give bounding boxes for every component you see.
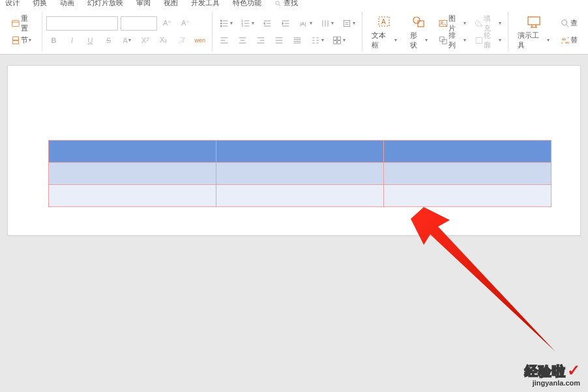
outline-button[interactable]: 轮廓▾ xyxy=(471,33,504,48)
italic-button[interactable]: I xyxy=(65,33,80,48)
present-tools-button[interactable]: 演示工具▾ xyxy=(512,11,555,53)
align-left-button[interactable] xyxy=(216,33,232,48)
shape-button[interactable]: 形状▾ xyxy=(405,11,434,53)
table-row[interactable] xyxy=(49,141,551,163)
group-paragraph: ▾ 123▾ |A|▾ ▾ ▾ ▾ ▾ xyxy=(213,12,362,51)
svg-rect-65 xyxy=(476,37,482,43)
font-color-button[interactable]: A▾ xyxy=(119,33,135,48)
replace-button[interactable]: abac替 xyxy=(557,33,580,48)
tab-view[interactable]: 视图 xyxy=(164,0,178,9)
tab-search[interactable]: 查找 xyxy=(274,0,298,9)
svg-point-58 xyxy=(413,17,420,23)
distribute-button[interactable] xyxy=(289,33,305,48)
columns-button[interactable]: ▾ xyxy=(308,33,327,48)
reset-button[interactable]: 重置 xyxy=(8,16,38,31)
tab-switch[interactable]: 切换 xyxy=(33,0,47,9)
svg-point-61 xyxy=(441,21,443,23)
table-row[interactable] xyxy=(49,185,551,207)
svg-point-70 xyxy=(562,20,567,25)
decrease-indent-button[interactable] xyxy=(259,16,275,31)
svg-line-71 xyxy=(566,25,568,27)
svg-rect-2 xyxy=(12,20,20,26)
find-button[interactable]: 查 xyxy=(557,16,580,31)
svg-rect-53 xyxy=(338,36,341,40)
svg-point-9 xyxy=(220,25,222,27)
svg-rect-64 xyxy=(443,39,447,44)
textbox-button[interactable]: A 文本框▾ xyxy=(366,11,402,53)
line-spacing-button[interactable]: |A|▾ xyxy=(296,16,315,31)
clear-format-button[interactable] xyxy=(174,33,190,48)
svg-rect-3 xyxy=(12,36,18,40)
group-font: A⁺ A⁻ B I U S A▾ X² X₂ wen xyxy=(42,12,213,51)
svg-point-7 xyxy=(220,23,222,24)
menu-tabs: 设计 切换 动画 幻灯片放映 审阅 视图 开发工具 特色功能 查找 xyxy=(0,0,588,9)
decrease-font-button[interactable]: A⁻ xyxy=(178,16,194,31)
fill-button[interactable]: 填充▾ xyxy=(471,16,504,31)
subscript-button[interactable]: X₂ xyxy=(156,33,171,48)
slide-canvas[interactable] xyxy=(7,65,581,236)
strike-button[interactable]: S xyxy=(101,33,117,48)
section-button[interactable]: 节▾ xyxy=(8,33,34,48)
svg-rect-66 xyxy=(528,17,540,25)
tab-slideshow[interactable]: 幻灯片放映 xyxy=(87,0,123,9)
increase-font-button[interactable]: A⁺ xyxy=(160,16,175,31)
svg-text:|A|: |A| xyxy=(300,20,306,26)
ribbon: 重置 节▾ A⁺ A⁻ B I U S A▾ X² X₂ xyxy=(0,9,588,55)
align-text-button[interactable]: ▾ xyxy=(339,16,358,31)
svg-text:ac: ac xyxy=(565,40,569,44)
svg-rect-55 xyxy=(338,40,341,44)
svg-text:3: 3 xyxy=(241,24,243,27)
align-center-button[interactable] xyxy=(235,33,250,48)
increase-indent-button[interactable] xyxy=(278,16,293,31)
svg-point-5 xyxy=(220,20,222,21)
font-name-select[interactable] xyxy=(46,16,118,31)
tab-review[interactable]: 审阅 xyxy=(136,0,151,9)
convert-smartart-button[interactable]: ▾ xyxy=(329,33,348,48)
group-clipboard: 重置 节▾ xyxy=(4,12,42,51)
text-direction-button[interactable]: ▾ xyxy=(317,16,336,31)
svg-line-1 xyxy=(279,5,280,6)
font-size-select[interactable] xyxy=(121,16,157,31)
superscript-button[interactable]: X² xyxy=(138,33,153,48)
group-tools: 演示工具▾ 查 abac替 xyxy=(508,12,584,51)
numbering-button[interactable]: 123▾ xyxy=(238,16,257,31)
tab-animation[interactable]: 动画 xyxy=(60,0,74,9)
pinyin-button[interactable]: wen xyxy=(192,33,209,48)
align-right-button[interactable] xyxy=(253,33,269,48)
underline-button[interactable]: U xyxy=(83,33,98,48)
bold-button[interactable]: B xyxy=(46,33,62,48)
inserted-table[interactable] xyxy=(48,140,551,207)
svg-text:A: A xyxy=(381,18,386,25)
workspace xyxy=(0,55,588,392)
svg-rect-54 xyxy=(334,40,337,44)
svg-rect-63 xyxy=(440,36,445,41)
svg-point-0 xyxy=(276,1,280,5)
group-insert: A 文本框▾ 形状▾ 图片▾ 填充▾ 排列▾ 轮廓▾ xyxy=(362,12,508,51)
tab-features[interactable]: 特色功能 xyxy=(233,0,261,9)
image-button[interactable]: 图片▾ xyxy=(435,16,468,31)
tab-devtools[interactable]: 开发工具 xyxy=(191,0,220,9)
svg-rect-52 xyxy=(334,36,337,40)
bullets-button[interactable]: ▾ xyxy=(216,16,235,31)
svg-rect-27 xyxy=(344,20,349,26)
arrange-button[interactable]: 排列▾ xyxy=(435,33,468,48)
svg-point-62 xyxy=(480,25,482,27)
svg-rect-4 xyxy=(12,40,18,44)
align-justify-button[interactable] xyxy=(271,33,287,48)
table-row[interactable] xyxy=(49,163,551,185)
svg-rect-59 xyxy=(418,21,424,27)
tab-design[interactable]: 设计 xyxy=(5,0,20,9)
